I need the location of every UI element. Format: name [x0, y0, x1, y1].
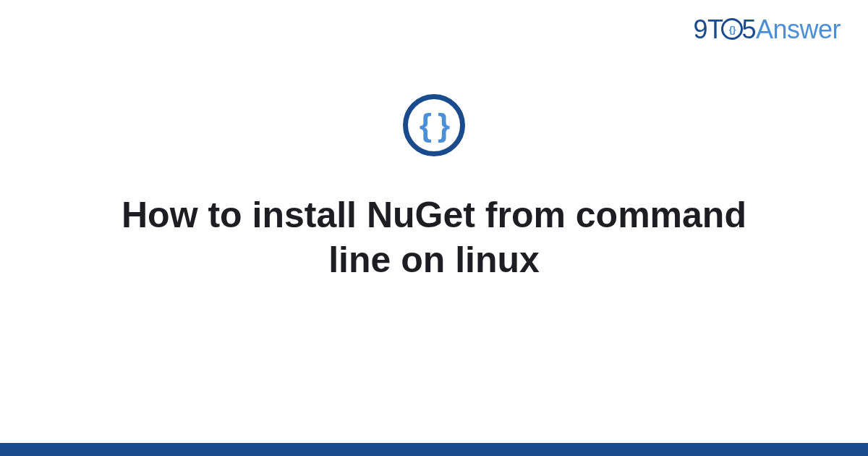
main-content: { } How to install NuGet from command li…	[0, 94, 868, 282]
footer-accent-bar	[0, 443, 868, 456]
brand-text-9t: 9T	[693, 14, 723, 44]
brand-o-braces-icon: {}	[729, 25, 736, 34]
brand-o-circle: {}	[721, 18, 743, 40]
site-brand-logo: 9T{}5Answer	[693, 14, 841, 45]
topic-icon-circle: { }	[403, 94, 465, 156]
page-title: How to install NuGet from command line o…	[109, 193, 760, 282]
code-braces-icon: { }	[420, 109, 448, 141]
brand-text-answer: Answer	[756, 14, 841, 44]
brand-text-5: 5	[741, 14, 756, 44]
